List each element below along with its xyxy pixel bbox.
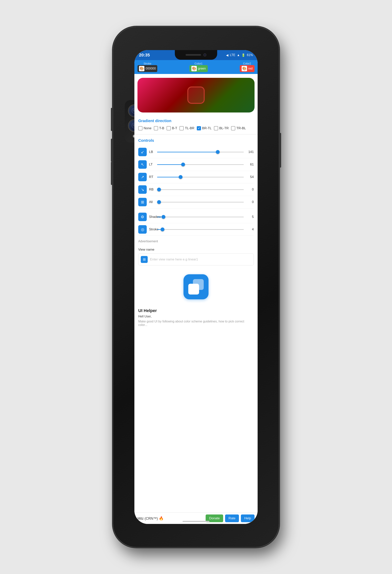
color1-value: green xyxy=(198,67,206,70)
view-name-placeholder: Enter view name here e.g linear1 xyxy=(150,258,198,261)
stroke-track xyxy=(157,229,244,230)
rt-icon-btn[interactable]: ↗ xyxy=(138,173,147,181)
rb-track xyxy=(157,189,244,190)
page-wrapper: 20:35 ▣ ▶ ♪ ◀ LTE ▲ 🔋 61% Stroke xyxy=(0,0,392,574)
notch-speaker xyxy=(186,54,201,56)
lt-track xyxy=(157,164,244,165)
label-brtl: BR-TL xyxy=(202,126,212,130)
rb-icon: ↘ xyxy=(141,187,144,192)
lt-slider-container[interactable] xyxy=(157,163,244,166)
stroke-slider-container[interactable] xyxy=(157,227,244,231)
stroke-label: Stroke xyxy=(143,62,151,65)
wifi-icon: 🔋 xyxy=(241,53,245,57)
help-button[interactable]: Help xyxy=(241,514,255,522)
control-lt: ↖ LT 61 xyxy=(138,158,254,171)
brand-name: Milz (CRN™) 🔥 xyxy=(137,516,164,521)
lt-label: LT xyxy=(149,163,155,166)
gradient-direction-section: Gradient direction None T-B B-T xyxy=(134,116,258,133)
rb-value: 0 xyxy=(246,188,254,191)
preview-shape xyxy=(187,86,205,104)
stroke-thumb[interactable] xyxy=(160,227,164,231)
rate-button[interactable]: Rate xyxy=(225,514,239,522)
status-time: 20:35 xyxy=(139,53,150,58)
lt-thumb[interactable] xyxy=(181,163,185,166)
rt-thumb[interactable] xyxy=(179,175,182,179)
shadow-slider-container[interactable] xyxy=(157,215,244,219)
gradient-direction-options: None T-B B-T TL-BR xyxy=(138,126,254,130)
advertisement-section: Advertisement xyxy=(134,238,258,246)
color2-value: red xyxy=(248,67,253,70)
app-bar: Stroke 🎨 000000 Color1 🎨 green Color2 xyxy=(134,60,258,74)
main-content: Gradient direction None T-B B-T xyxy=(134,74,258,512)
rt-slider-container[interactable] xyxy=(157,175,244,179)
color2-section: Color2 🎨 red xyxy=(240,62,255,72)
rb-slider-container[interactable] xyxy=(157,188,244,191)
shadow-label: Shadow xyxy=(149,215,155,219)
direction-bltr[interactable]: BL-TR xyxy=(214,126,229,130)
direction-bt[interactable]: B-T xyxy=(167,126,177,130)
checkbox-trbl[interactable] xyxy=(231,126,235,130)
stroke-slider-value: 4 xyxy=(246,227,254,231)
checkbox-none[interactable] xyxy=(138,126,142,130)
all-slider-container[interactable] xyxy=(157,200,244,204)
lb-icon: ↙ xyxy=(141,150,144,154)
shadow-fill xyxy=(157,217,161,217)
stroke-slider-label: Stroke xyxy=(149,227,155,231)
control-shadow: ⚙ Shadow 5 xyxy=(138,211,254,223)
all-thumb[interactable] xyxy=(157,200,161,204)
status-icons: ◀ LTE ▲ 🔋 61% xyxy=(226,53,253,57)
direction-tb[interactable]: T-B xyxy=(154,126,164,130)
control-rt: ↗ RT 54 xyxy=(138,171,254,183)
lb-icon-btn[interactable]: ↙ xyxy=(138,148,147,156)
all-label: All xyxy=(149,200,155,204)
rb-icon-btn[interactable]: ↘ xyxy=(138,185,147,194)
gradient-section-title: Gradient direction xyxy=(138,119,254,123)
stroke-color-chip[interactable]: 🎨 000000 xyxy=(137,65,157,72)
control-all: ⊞ All 0 xyxy=(138,196,254,208)
view-name-input-container[interactable]: ⊞ Enter view name here e.g linear1 xyxy=(138,253,254,266)
logo-square-front xyxy=(188,284,199,294)
direction-brtl[interactable]: BR-TL xyxy=(197,126,212,130)
checkbox-bt[interactable] xyxy=(167,126,171,130)
phone-screen: 20:35 ▣ ▶ ♪ ◀ LTE ▲ 🔋 61% Stroke xyxy=(134,50,258,524)
stroke-fill xyxy=(157,229,160,230)
lb-thumb[interactable] xyxy=(216,150,220,154)
logo-section xyxy=(134,268,258,305)
lt-icon: ↖ xyxy=(141,162,144,167)
stroke-icon-btn[interactable]: ◎ xyxy=(138,225,147,234)
lt-icon-btn[interactable]: ↖ xyxy=(138,160,147,169)
checkbox-brtl[interactable] xyxy=(197,126,201,130)
rb-thumb[interactable] xyxy=(157,188,161,191)
shadow-icon-btn[interactable]: ⚙ xyxy=(138,213,147,221)
checkbox-tb[interactable] xyxy=(154,126,158,130)
grid-icon: ⊞ xyxy=(143,257,146,262)
control-rb: ↘ RB 0 xyxy=(138,183,254,196)
all-icon: ⊞ xyxy=(141,200,144,204)
color1-chip[interactable]: 🎨 green xyxy=(189,65,208,72)
controls-title: Controls xyxy=(138,138,254,143)
stroke-palette-icon: 🎨 xyxy=(139,66,144,71)
signal-icon: ▲ xyxy=(237,53,240,57)
battery-label: 61% xyxy=(247,53,253,57)
all-icon-btn[interactable]: ⊞ xyxy=(138,198,147,206)
checkbox-bltr[interactable] xyxy=(214,126,218,130)
label-bt: B-T xyxy=(172,126,177,130)
direction-trbl[interactable]: TR-BL xyxy=(231,126,246,130)
shadow-value: 5 xyxy=(246,215,254,219)
all-track xyxy=(157,202,244,203)
controls-section: Controls ↙ LB 141 xyxy=(134,136,258,238)
rb-label: RB xyxy=(149,188,155,191)
lb-slider-container[interactable] xyxy=(157,150,244,154)
advertisement-label: Advertisement xyxy=(138,240,254,243)
bottom-buttons: Donate Rate Help xyxy=(206,514,255,522)
direction-tlbr[interactable]: TL-BR xyxy=(179,126,194,130)
back-arrow-icon: ◀ xyxy=(226,53,228,57)
direction-none[interactable]: None xyxy=(138,126,152,130)
ui-helper-title: UI Helper xyxy=(138,308,254,313)
shadow-thumb[interactable] xyxy=(161,215,165,219)
logo-inner xyxy=(188,279,204,294)
color2-chip[interactable]: 🎨 red xyxy=(240,65,255,72)
rt-icon: ↗ xyxy=(141,175,144,179)
checkbox-tlbr[interactable] xyxy=(179,126,184,130)
label-tb: T-B xyxy=(159,126,164,130)
